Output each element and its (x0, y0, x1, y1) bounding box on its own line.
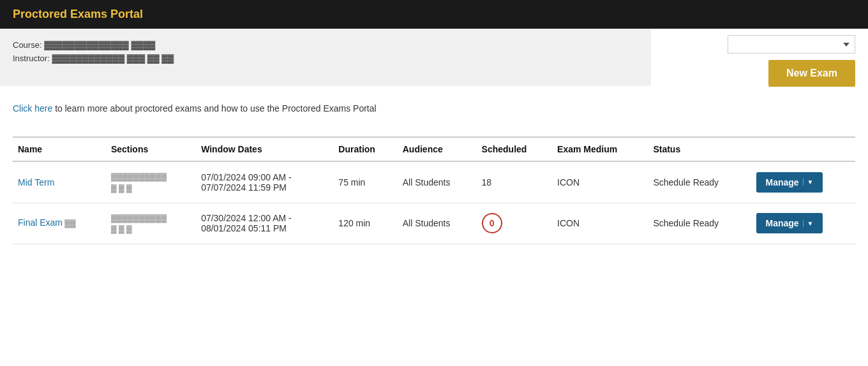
status-final: Schedule Ready (648, 203, 751, 244)
col-header-name: Name (13, 137, 106, 161)
col-header-window-dates: Window Dates (196, 137, 333, 161)
scheduled-circle-zero: 0 (482, 213, 502, 233)
col-header-status: Status (648, 137, 751, 161)
top-bar: Proctored Exams Portal (0, 0, 868, 29)
info-link-area: Click here to learn more about proctored… (0, 93, 868, 124)
col-header-audience: Audience (398, 137, 477, 161)
scheduled-final: 0 (477, 203, 552, 244)
course-select-dropdown[interactable] (728, 35, 855, 54)
exam-medium-final: ICON (552, 203, 648, 244)
table-row: Mid Term ▓▓▓▓▓▓▓▓▓▓▓ ▓ ▓ 07/01/2024 09:0… (13, 161, 855, 203)
right-controls: New Exam (651, 29, 868, 93)
manage-dropdown-arrow-midterm: ▼ (803, 179, 814, 186)
table-row: Final Exam ▓▓ ▓▓▓▓▓▓▓▓▓▓▓ ▓ ▓ 07/30/2024… (13, 203, 855, 244)
exam-name-midterm: Mid Term (13, 161, 106, 203)
audience-final: All Students (398, 203, 477, 244)
info-link-text: to learn more about proctored exams and … (52, 103, 376, 113)
exam-medium-midterm: ICON (552, 161, 648, 203)
col-header-scheduled: Scheduled (477, 137, 552, 161)
status-midterm: Schedule Ready (648, 161, 751, 203)
sections-final: ▓▓▓▓▓▓▓▓▓▓▓ ▓ ▓ (106, 203, 196, 244)
manage-dropdown-arrow-final: ▼ (803, 220, 814, 227)
duration-final: 120 min (333, 203, 397, 244)
audience-midterm: All Students (398, 161, 477, 203)
col-header-actions (751, 137, 855, 161)
scheduled-midterm: 18 (477, 161, 552, 203)
app-title: Proctored Exams Portal (13, 8, 143, 21)
col-header-sections: Sections (106, 137, 196, 161)
manage-cell-midterm: Manage ▼ (751, 161, 855, 203)
manage-button-midterm[interactable]: Manage ▼ (756, 172, 822, 193)
duration-midterm: 75 min (333, 161, 397, 203)
table-header: Name Sections Window Dates Duration Audi… (13, 137, 855, 161)
exams-table: Name Sections Window Dates Duration Audi… (13, 136, 855, 244)
manage-label-midterm: Manage (765, 177, 798, 187)
manage-button-final[interactable]: Manage ▼ (756, 213, 822, 233)
course-label: Course: ▓▓▓▓▓▓▓▓▓▓▓▓▓▓ ▓▓▓▓ (13, 40, 638, 50)
course-area: Course: ▓▓▓▓▓▓▓▓▓▓▓▓▓▓ ▓▓▓▓ Instructor: … (0, 29, 868, 93)
exam-name-final: Final Exam ▓▓ (13, 203, 106, 244)
col-header-duration: Duration (333, 137, 397, 161)
manage-cell-final: Manage ▼ (751, 203, 855, 244)
col-header-exam-medium: Exam Medium (552, 137, 648, 161)
table-area: Name Sections Window Dates Duration Audi… (0, 136, 868, 257)
manage-label-final: Manage (765, 218, 798, 228)
table-body: Mid Term ▓▓▓▓▓▓▓▓▓▓▓ ▓ ▓ 07/01/2024 09:0… (13, 161, 855, 244)
window-dates-final: 07/30/2024 12:00 AM -08/01/2024 05:11 PM (196, 203, 333, 244)
new-exam-button[interactable]: New Exam (768, 60, 855, 87)
learn-more-link[interactable]: Click here (13, 103, 52, 113)
sections-midterm: ▓▓▓▓▓▓▓▓▓▓▓ ▓ ▓ (106, 161, 196, 203)
window-dates-midterm: 07/01/2024 09:00 AM -07/07/2024 11:59 PM (196, 161, 333, 203)
course-info-box: Course: ▓▓▓▓▓▓▓▓▓▓▓▓▓▓ ▓▓▓▓ Instructor: … (0, 29, 651, 86)
instructor-label: Instructor: ▓▓▓▓▓▓▓▓▓▓▓▓ ▓▓▓ ▓▓ ▓▓ (13, 54, 638, 63)
